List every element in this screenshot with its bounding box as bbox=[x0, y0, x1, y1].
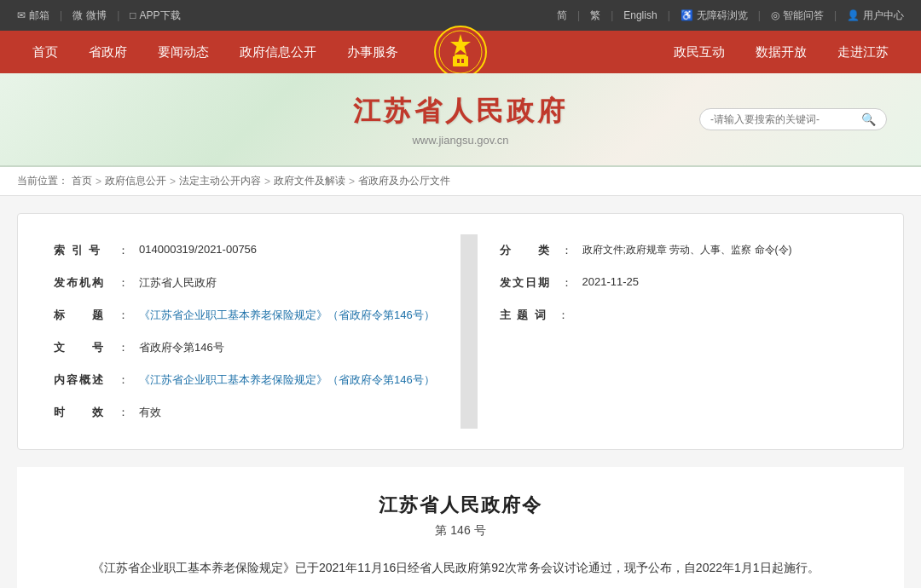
nav-services[interactable]: 办事服务 bbox=[332, 31, 414, 73]
divider1: | bbox=[60, 9, 62, 21]
title-link[interactable]: 《江苏省企业职工基本养老保险规定》（省政府令第146号） bbox=[139, 308, 435, 321]
docnum-cell: 文 号 ： 省政府令第146号 bbox=[43, 331, 460, 364]
mail-link[interactable]: ✉ 邮箱 bbox=[17, 9, 49, 23]
nav-news[interactable]: 要闻动态 bbox=[142, 31, 224, 73]
date-cell: 发文日期 ： 2021-11-25 bbox=[478, 267, 878, 299]
date-value: 2021-11-25 bbox=[577, 271, 872, 295]
divider7: | bbox=[834, 9, 837, 21]
site-title: 江苏省人民政府 bbox=[353, 93, 568, 130]
content-wrapper: 索 引 号 ： 014000319/2021-00756 分 类 ： 政府文件;… bbox=[0, 196, 921, 588]
app-link[interactable]: □ APP下载 bbox=[130, 9, 180, 23]
category-label: 分 类 bbox=[495, 239, 556, 262]
accessibility-link[interactable]: ♿ 无障碍浏览 bbox=[681, 9, 748, 23]
summary-link[interactable]: 《江苏省企业职工基本养老保险规定》（省政府令第146号） bbox=[139, 373, 435, 386]
docnum-label: 文 号 bbox=[49, 336, 113, 360]
validity-value: 有效 bbox=[134, 401, 455, 424]
emblem-svg bbox=[434, 26, 487, 78]
breadcrumb-sep1: > bbox=[96, 176, 101, 187]
user-center-link[interactable]: 👤 用户中心 bbox=[847, 9, 904, 23]
ai-link[interactable]: ◎ 智能问答 bbox=[771, 9, 824, 23]
breadcrumb-gov-info[interactable]: 政府信息公开 bbox=[105, 174, 166, 188]
divider4: | bbox=[611, 9, 613, 21]
user-icon: 👤 bbox=[847, 9, 860, 21]
nav-right: 政民互动 数据开放 走进江苏 bbox=[658, 31, 904, 73]
document-order-number: 第 146 号 bbox=[68, 523, 853, 539]
breadcrumb: 当前位置： 首页 > 政府信息公开 > 法定主动公开内容 > 政府文件及解读 >… bbox=[0, 167, 921, 196]
top-bar-left: ✉ 邮箱 | 微 微博 | □ APP下载 bbox=[17, 9, 181, 23]
divider3: | bbox=[577, 9, 580, 21]
site-banner: 江苏省人民政府 www.jiangsu.gov.cn 🔍 bbox=[0, 73, 921, 167]
traditional-chinese-link[interactable]: 繁 bbox=[590, 9, 600, 23]
summary-value: 《江苏省企业职工基本养老保险规定》（省政府令第146号） bbox=[134, 368, 455, 392]
english-label: English bbox=[623, 9, 657, 21]
breadcrumb-sep2: > bbox=[170, 176, 176, 187]
mobile-icon: □ bbox=[130, 9, 136, 21]
breadcrumb-proactive[interactable]: 法定主动公开内容 bbox=[179, 174, 261, 188]
document-main-title: 江苏省人民政府令 bbox=[68, 493, 853, 518]
document-body-text: 《江苏省企业职工基本养老保险规定》已于2021年11月16日经省人民政府第92次… bbox=[68, 556, 853, 579]
publisher-value: 江苏省人民政府 bbox=[134, 271, 455, 295]
breadcrumb-label: 当前位置： bbox=[17, 174, 68, 188]
app-label: APP下载 bbox=[140, 9, 181, 23]
nav-gov-info[interactable]: 政府信息公开 bbox=[224, 31, 332, 73]
publisher-cell: 发布机构 ： 江苏省人民政府 bbox=[43, 267, 460, 299]
index-colon: ： bbox=[113, 239, 134, 262]
breadcrumb-home[interactable]: 首页 bbox=[72, 174, 92, 188]
accessibility-icon: ♿ bbox=[681, 9, 693, 21]
svg-rect-6 bbox=[461, 59, 464, 63]
simple-label: 简 bbox=[557, 9, 567, 23]
trad-label: 繁 bbox=[590, 9, 600, 23]
title-label: 标 题 bbox=[49, 303, 113, 327]
weibo-label: 微博 bbox=[86, 9, 107, 23]
weibo-icon: 微 bbox=[72, 9, 83, 23]
ai-icon: ◎ bbox=[771, 9, 779, 21]
date-label: 发文日期 bbox=[495, 271, 556, 295]
breadcrumb-sep3: > bbox=[264, 176, 270, 187]
simple-chinese-link[interactable]: 简 bbox=[557, 9, 567, 23]
english-link[interactable]: English bbox=[623, 9, 657, 21]
index-row: 索 引 号 ： 014000319/2021-00756 分 类 ： 政府文件;… bbox=[43, 234, 878, 267]
divider6: | bbox=[758, 9, 761, 21]
mail-label: 邮箱 bbox=[29, 9, 49, 23]
mail-icon: ✉ bbox=[17, 9, 26, 21]
category-value: 政府文件;政府规章 劳动、人事、监察 命令(令) bbox=[577, 239, 872, 262]
subject-value bbox=[574, 303, 872, 327]
divider2: | bbox=[117, 9, 119, 21]
index-value: 014000319/2021-00756 bbox=[134, 239, 455, 262]
validity-label: 时 效 bbox=[49, 401, 113, 424]
main-navigation: 首页 省政府 要闻动态 政府信息公开 办事服务 政民互动 bbox=[0, 31, 921, 73]
accessibility-label: 无障碍浏览 bbox=[697, 9, 748, 23]
search-input[interactable] bbox=[710, 113, 861, 125]
summary-cell: 内容概述 ： 《江苏省企业职工基本养老保险规定》（省政府令第146号） bbox=[43, 364, 460, 396]
svg-rect-5 bbox=[457, 59, 460, 63]
search-box[interactable]: 🔍 bbox=[699, 108, 887, 130]
subject-label: 主 题 词 bbox=[495, 303, 553, 327]
breadcrumb-doc-interpret[interactable]: 政府文件及解读 bbox=[274, 174, 345, 188]
ai-label: 智能问答 bbox=[783, 9, 824, 23]
document-content: 江苏省人民政府令 第 146 号 《江苏省企业职工基本养老保险规定》已于2021… bbox=[17, 467, 904, 588]
index-cell: 索 引 号 ： 014000319/2021-00756 bbox=[43, 234, 460, 267]
site-logo bbox=[434, 26, 487, 78]
docnum-value: 省政府令第146号 bbox=[134, 336, 455, 360]
user-center-label: 用户中心 bbox=[863, 9, 904, 23]
category-cell: 分 类 ： 政府文件;政府规章 劳动、人事、监察 命令(令) bbox=[478, 234, 878, 267]
breadcrumb-sep4: > bbox=[349, 176, 355, 187]
title-value: 《江苏省企业职工基本养老保险规定》（省政府令第146号） bbox=[134, 303, 455, 327]
cat-colon: ： bbox=[556, 239, 577, 262]
doc-info-table: 索 引 号 ： 014000319/2021-00756 分 类 ： 政府文件;… bbox=[43, 234, 878, 429]
nav-interaction[interactable]: 政民互动 bbox=[658, 31, 740, 73]
title-cell: 标 题 ： 《江苏省企业职工基本养老保险规定》（省政府令第146号） bbox=[43, 299, 460, 331]
summary-label: 内容概述 bbox=[49, 368, 113, 392]
search-icon[interactable]: 🔍 bbox=[861, 112, 876, 126]
nav-left: 首页 省政府 要闻动态 政府信息公开 办事服务 bbox=[17, 31, 414, 73]
index-label: 索 引 号 bbox=[49, 239, 113, 262]
nav-jiangsu[interactable]: 走进江苏 bbox=[822, 31, 904, 73]
nav-open-data[interactable]: 数据开放 bbox=[740, 31, 822, 73]
weibo-link[interactable]: 微 微博 bbox=[72, 9, 107, 23]
subject-cell: 主 题 词 ： bbox=[478, 299, 878, 331]
nav-provincial-gov[interactable]: 省政府 bbox=[73, 31, 142, 73]
document-info-card: 索 引 号 ： 014000319/2021-00756 分 类 ： 政府文件;… bbox=[17, 213, 904, 450]
nav-home[interactable]: 首页 bbox=[17, 31, 73, 73]
divider5: | bbox=[668, 9, 670, 21]
publisher-label: 发布机构 bbox=[49, 271, 113, 295]
